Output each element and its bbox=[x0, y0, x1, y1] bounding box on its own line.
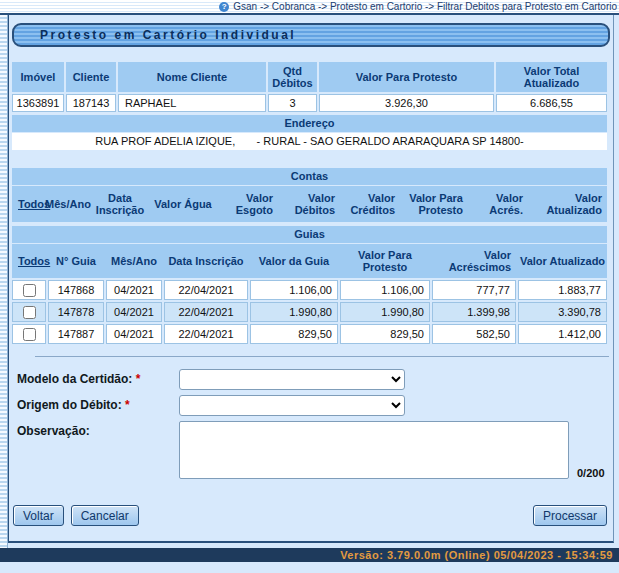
guia-mes-ano: 04/2021 bbox=[106, 302, 162, 322]
contas-header-valor-atualizado: Valor Atualizado bbox=[530, 186, 607, 222]
contas-header-valor-acres: Valor Acrés. bbox=[470, 186, 528, 222]
summary-nome-cliente: RAPHAEL bbox=[118, 94, 266, 112]
summary-row: 1363891 187143 RAPHAEL 3 3.926,30 6.686,… bbox=[12, 94, 607, 112]
origem-debito-row: Origem do Débito: * bbox=[17, 395, 613, 416]
contas-header-valor-esgoto: Valor Esgoto bbox=[218, 186, 278, 222]
contas-section: Contas Todos Mês/Ano Data Inscrição Valo… bbox=[12, 168, 607, 222]
summary-header-nome-cliente: Nome Cliente bbox=[118, 62, 266, 92]
endereco-section: Endereço RUA PROF ADELIA IZIQUE, - RURAL… bbox=[12, 115, 607, 150]
guia-valor-atualizado: 1.412,00 bbox=[518, 324, 607, 344]
summary-imovel: 1363891 bbox=[12, 94, 64, 112]
summary-qtd-debitos: 3 bbox=[268, 94, 317, 112]
summary-header-imovel: Imóvel bbox=[12, 62, 64, 92]
origem-debito-label: Origem do Débito: * bbox=[17, 395, 179, 412]
page-title: Protesto em Cartório Individual bbox=[40, 28, 296, 42]
contas-header-valor-agua: Valor Água bbox=[150, 186, 216, 222]
required-marker: * bbox=[125, 398, 130, 412]
guia-valor-para-protesto: 1.106,00 bbox=[340, 280, 430, 300]
breadcrumb[interactable]: Gsan -> Cobranca -> Protesto em Cartorio… bbox=[233, 1, 617, 12]
breadcrumb-bar: ? Gsan -> Cobranca -> Protesto em Cartor… bbox=[0, 0, 619, 13]
guia-data-inscricao: 22/04/2021 bbox=[164, 302, 248, 322]
summary-valor-para-protesto: 3.926,30 bbox=[319, 94, 494, 112]
modelo-certidao-row: Modelo da Certidão: * bbox=[17, 369, 613, 390]
guia-valor-atualizado: 1.883,77 bbox=[518, 280, 607, 300]
section-divider bbox=[35, 356, 609, 357]
contas-header-valor-creditos: Valor Créditos bbox=[342, 186, 400, 222]
guia-mes-ano: 04/2021 bbox=[106, 280, 162, 300]
summary-header-valor-total-atualizado: Valor Total Atualizado bbox=[496, 62, 607, 92]
contas-table-header: Todos Mês/Ano Data Inscrição Valor Água … bbox=[12, 186, 607, 222]
origem-debito-select[interactable] bbox=[179, 395, 405, 416]
guia-data-inscricao: 22/04/2021 bbox=[164, 324, 248, 344]
footer-bar: Versão: 3.79.0.0m (Online) 05/04/2023 - … bbox=[0, 548, 619, 562]
contas-header-valor-para-protesto: Valor Para Protesto bbox=[402, 186, 468, 222]
guia-n-guia: 147868 bbox=[48, 280, 104, 300]
guia-n-guia: 147878 bbox=[48, 302, 104, 322]
contas-header-mes-ano: Mês/Ano bbox=[46, 186, 90, 222]
contas-title: Contas bbox=[12, 168, 607, 185]
contas-header-data-inscricao: Data Inscrição bbox=[92, 186, 148, 222]
action-button-row: Voltar Cancelar Processar bbox=[13, 505, 607, 526]
summary-header-cliente: Cliente bbox=[66, 62, 116, 92]
observacao-label: Observação: bbox=[17, 421, 179, 438]
guias-header-n-guia: N° Guia bbox=[48, 244, 104, 278]
guias-header-valor-acrescimos: Valor Acréscimos bbox=[432, 244, 516, 278]
summary-header-qtd-debitos: Qtd Débitos bbox=[268, 62, 317, 92]
voltar-button[interactable]: Voltar bbox=[13, 505, 64, 526]
guia-row-checkbox[interactable] bbox=[23, 306, 36, 319]
guia-row: 147878 04/2021 22/04/2021 1.990,80 1.990… bbox=[12, 302, 607, 322]
guias-header-valor-para-protesto: Valor Para Protesto bbox=[340, 244, 430, 278]
left-striped-rail bbox=[0, 15, 8, 548]
guia-valor-da-guia: 829,50 bbox=[250, 324, 338, 344]
guias-select-all-link[interactable]: Todos bbox=[12, 244, 46, 278]
guias-title: Guias bbox=[12, 226, 607, 243]
page-title-bar: Protesto em Cartório Individual bbox=[12, 23, 610, 47]
guia-valor-para-protesto: 829,50 bbox=[340, 324, 430, 344]
guia-valor-acrescimos: 582,50 bbox=[432, 324, 516, 344]
guia-n-guia: 147887 bbox=[48, 324, 104, 344]
summary-valor-total-atualizado: 6.686,55 bbox=[496, 94, 607, 112]
modelo-certidao-label: Modelo da Certidão: * bbox=[17, 369, 179, 386]
summary-header-valor-para-protesto: Valor Para Protesto bbox=[319, 62, 494, 92]
guia-data-inscricao: 22/04/2021 bbox=[164, 280, 248, 300]
endereco-value: RUA PROF ADELIA IZIQUE, - RURAL - SAO GE… bbox=[12, 133, 607, 150]
guias-section: Guias Todos N° Guia Mês/Ano Data Inscriç… bbox=[12, 226, 607, 344]
guia-valor-da-guia: 1.990,80 bbox=[250, 302, 338, 322]
guias-header-data-inscricao: Data Inscrição bbox=[164, 244, 248, 278]
endereco-title: Endereço bbox=[12, 115, 607, 132]
help-icon[interactable]: ? bbox=[219, 2, 229, 12]
summary-table: Imóvel Cliente Nome Cliente Qtd Débitos … bbox=[12, 62, 607, 112]
guia-valor-acrescimos: 1.399,98 bbox=[432, 302, 516, 322]
version-status-text: Versão: 3.79.0.0m (Online) 05/04/2023 - … bbox=[340, 549, 613, 561]
guia-row-checkbox[interactable] bbox=[23, 328, 36, 341]
guia-valor-da-guia: 1.106,00 bbox=[250, 280, 338, 300]
summary-table-header: Imóvel Cliente Nome Cliente Qtd Débitos … bbox=[12, 62, 607, 92]
processar-button[interactable]: Processar bbox=[533, 505, 607, 526]
guia-valor-para-protesto: 1.990,80 bbox=[340, 302, 430, 322]
guias-header-valor-atualizado: Valor Atualizado bbox=[518, 244, 607, 278]
observacao-char-counter: 0/200 bbox=[577, 467, 605, 479]
guia-row-checkbox[interactable] bbox=[23, 284, 36, 297]
required-marker: * bbox=[136, 372, 141, 386]
guia-mes-ano: 04/2021 bbox=[106, 324, 162, 344]
contas-select-all-link[interactable]: Todos bbox=[12, 186, 44, 222]
guia-valor-atualizado: 3.390,78 bbox=[518, 302, 607, 322]
guia-valor-acrescimos: 777,77 bbox=[432, 280, 516, 300]
observacao-textarea[interactable] bbox=[179, 421, 569, 479]
contas-header-valor-debitos: Valor Débitos bbox=[280, 186, 340, 222]
guia-row: 147887 04/2021 22/04/2021 829,50 829,50 … bbox=[12, 324, 607, 344]
guia-row: 147868 04/2021 22/04/2021 1.106,00 1.106… bbox=[12, 280, 607, 300]
observacao-row: Observação: 0/200 bbox=[17, 421, 613, 479]
guias-table-header: Todos N° Guia Mês/Ano Data Inscrição Val… bbox=[12, 244, 607, 278]
summary-cliente: 187143 bbox=[66, 94, 116, 112]
main-frame: Protesto em Cartório Individual Imóvel C… bbox=[8, 15, 614, 543]
cancelar-button[interactable]: Cancelar bbox=[71, 505, 139, 526]
guias-header-mes-ano: Mês/Ano bbox=[106, 244, 162, 278]
guias-header-valor-da-guia: Valor da Guia bbox=[250, 244, 338, 278]
modelo-certidao-select[interactable] bbox=[179, 369, 405, 390]
